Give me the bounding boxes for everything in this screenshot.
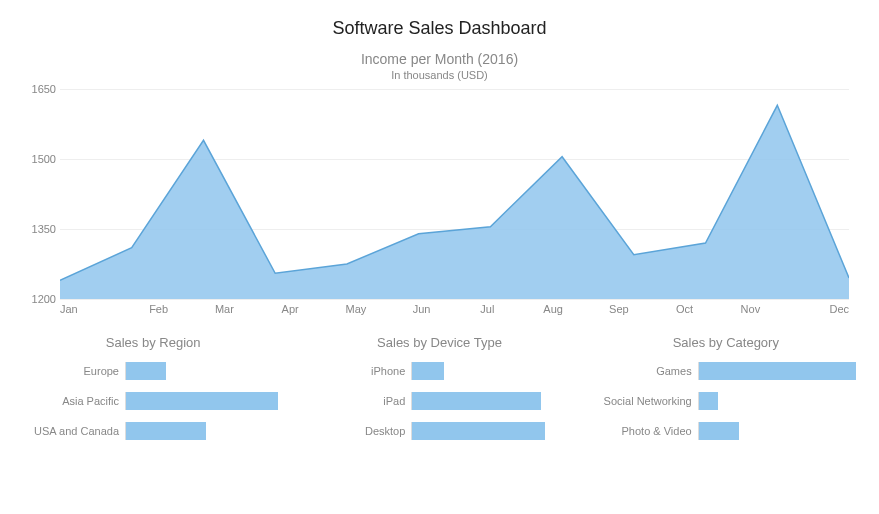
bar-row: Games bbox=[593, 360, 859, 382]
bar-track bbox=[411, 362, 572, 380]
bar-row: Europe bbox=[20, 360, 286, 382]
bar-track bbox=[698, 392, 859, 410]
x-tick: Jan bbox=[60, 303, 126, 315]
bar-label: Social Networking bbox=[593, 395, 698, 407]
bar-fill bbox=[126, 362, 166, 380]
bar-row: USA and Canada bbox=[20, 420, 286, 442]
bar-track bbox=[125, 392, 286, 410]
bar-fill bbox=[699, 392, 718, 410]
page-title: Software Sales Dashboard bbox=[20, 18, 859, 39]
x-tick: Jun bbox=[389, 303, 455, 315]
bar-fill bbox=[412, 362, 444, 380]
bar-label: Games bbox=[593, 365, 698, 377]
area-chart: Income per Month (2016) In thousands (US… bbox=[20, 51, 859, 315]
bar-label: USA and Canada bbox=[20, 425, 125, 437]
bar-fill bbox=[412, 392, 540, 410]
bar-fill bbox=[126, 392, 278, 410]
x-axis: Jan Feb Mar Apr May Jun Jul Aug Sep Oct … bbox=[60, 303, 849, 315]
bar-track bbox=[411, 392, 572, 410]
area-path bbox=[60, 89, 849, 299]
x-tick: Mar bbox=[192, 303, 258, 315]
bar-label: iPhone bbox=[306, 365, 411, 377]
bar-label: iPad bbox=[306, 395, 411, 407]
y-tick: 1650 bbox=[32, 83, 56, 95]
bar-track bbox=[125, 362, 286, 380]
x-tick: Jul bbox=[455, 303, 521, 315]
x-tick: Sep bbox=[586, 303, 652, 315]
bar-chart-region: Sales by Region Europe Asia Pacific USA … bbox=[20, 335, 286, 450]
bar-chart-title: Sales by Region bbox=[20, 335, 286, 350]
area-chart-plot: 1200 1350 1500 1650 bbox=[60, 89, 849, 299]
y-axis: 1200 1350 1500 1650 bbox=[20, 89, 60, 299]
bar-row: iPad bbox=[306, 390, 572, 412]
bar-track bbox=[411, 422, 572, 440]
bar-track bbox=[698, 362, 859, 380]
bar-track bbox=[125, 422, 286, 440]
x-tick: May bbox=[323, 303, 389, 315]
x-tick: Nov bbox=[718, 303, 784, 315]
bar-fill bbox=[126, 422, 206, 440]
bar-row: Photo & Video bbox=[593, 420, 859, 442]
x-tick: Apr bbox=[257, 303, 323, 315]
bar-track bbox=[698, 422, 859, 440]
x-tick: Dec bbox=[783, 303, 849, 315]
bar-chart-category: Sales by Category Games Social Networkin… bbox=[593, 335, 859, 450]
bar-label: Asia Pacific bbox=[20, 395, 125, 407]
bar-chart-title: Sales by Category bbox=[593, 335, 859, 350]
bottom-row: Sales by Region Europe Asia Pacific USA … bbox=[20, 335, 859, 450]
bar-label: Desktop bbox=[306, 425, 411, 437]
bar-label: Photo & Video bbox=[593, 425, 698, 437]
x-tick: Aug bbox=[520, 303, 586, 315]
y-tick: 1500 bbox=[32, 153, 56, 165]
bar-label: Europe bbox=[20, 365, 125, 377]
y-tick: 1350 bbox=[32, 223, 56, 235]
bar-row: Asia Pacific bbox=[20, 390, 286, 412]
bar-fill bbox=[699, 422, 739, 440]
dashboard: Software Sales Dashboard Income per Mont… bbox=[0, 0, 879, 460]
x-tick: Feb bbox=[126, 303, 192, 315]
bar-row: iPhone bbox=[306, 360, 572, 382]
bar-row: Social Networking bbox=[593, 390, 859, 412]
bar-fill bbox=[699, 362, 856, 380]
bar-row: Desktop bbox=[306, 420, 572, 442]
area-chart-subtitle: In thousands (USD) bbox=[20, 69, 859, 81]
bar-chart-device: Sales by Device Type iPhone iPad Desktop bbox=[306, 335, 572, 450]
bar-fill bbox=[412, 422, 545, 440]
x-tick: Oct bbox=[652, 303, 718, 315]
y-tick: 1200 bbox=[32, 293, 56, 305]
bar-chart-title: Sales by Device Type bbox=[306, 335, 572, 350]
area-chart-title: Income per Month (2016) bbox=[20, 51, 859, 67]
